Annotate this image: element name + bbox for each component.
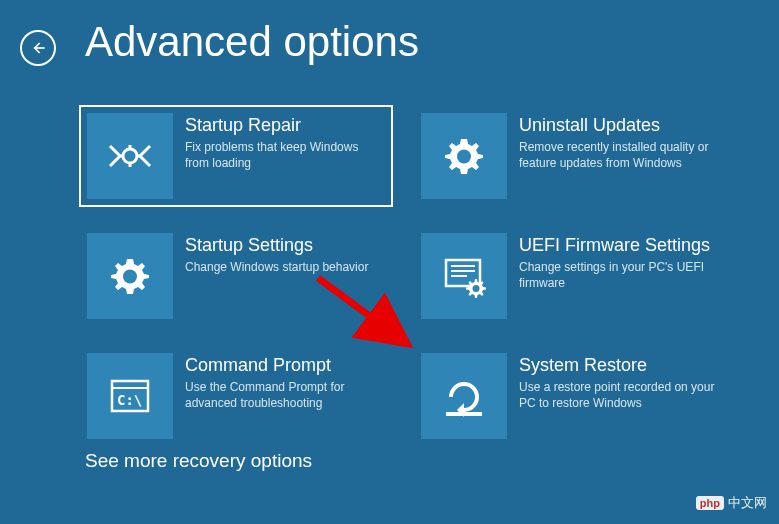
- tile-text: System Restore Use a restore point recor…: [507, 353, 719, 411]
- tile-text: Startup Settings Change Windows startup …: [173, 233, 385, 275]
- svg-point-7: [123, 270, 137, 284]
- cmd-icon: C:\: [87, 353, 173, 439]
- watermark-text: 中文网: [728, 494, 767, 512]
- tile-text: Command Prompt Use the Command Prompt fo…: [173, 353, 385, 411]
- option-system-restore[interactable]: System Restore Use a restore point recor…: [414, 346, 726, 446]
- svg-text:C:\: C:\: [117, 392, 142, 408]
- tile-desc: Fix problems that keep Windows from load…: [185, 139, 385, 171]
- option-command-prompt[interactable]: C:\ Command Prompt Use the Command Promp…: [80, 346, 392, 446]
- tile-title: Startup Settings: [185, 235, 385, 256]
- tile-text: UEFI Firmware Settings Change settings i…: [507, 233, 719, 291]
- back-arrow-icon: [28, 38, 48, 58]
- tile-desc: Use the Command Prompt for advanced trou…: [185, 379, 385, 411]
- tile-desc: Remove recently installed quality or fea…: [519, 139, 719, 171]
- tile-desc: Use a restore point recorded on your PC …: [519, 379, 719, 411]
- options-grid: Startup Repair Fix problems that keep Wi…: [80, 106, 726, 446]
- option-startup-repair[interactable]: Startup Repair Fix problems that keep Wi…: [80, 106, 392, 206]
- tile-title: UEFI Firmware Settings: [519, 235, 719, 256]
- tile-text: Uninstall Updates Remove recently instal…: [507, 113, 719, 171]
- tile-desc: Change Windows startup behavior: [185, 259, 385, 275]
- tile-title: Startup Repair: [185, 115, 385, 136]
- watermark: php 中文网: [696, 494, 767, 512]
- option-uninstall-updates[interactable]: Uninstall Updates Remove recently instal…: [414, 106, 726, 206]
- svg-point-6: [457, 150, 471, 164]
- tile-desc: Change settings in your PC's UEFI firmwa…: [519, 259, 719, 291]
- option-startup-settings[interactable]: Startup Settings Change Windows startup …: [80, 226, 392, 326]
- tile-text: Startup Repair Fix problems that keep Wi…: [173, 113, 385, 171]
- svg-rect-17: [446, 412, 482, 416]
- tile-title: System Restore: [519, 355, 719, 376]
- gear-icon: [421, 113, 507, 199]
- watermark-badge: php: [696, 496, 724, 510]
- page-title: Advanced options: [85, 18, 419, 66]
- gear-icon: [87, 233, 173, 319]
- svg-point-1: [123, 149, 137, 163]
- more-recovery-options[interactable]: See more recovery options: [85, 450, 312, 472]
- option-uefi-firmware[interactable]: UEFI Firmware Settings Change settings i…: [414, 226, 726, 326]
- tile-title: Command Prompt: [185, 355, 385, 376]
- svg-point-12: [473, 285, 480, 292]
- startup-repair-icon: [87, 113, 173, 199]
- tile-title: Uninstall Updates: [519, 115, 719, 136]
- back-button[interactable]: [20, 30, 56, 66]
- restore-icon: [421, 353, 507, 439]
- uefi-icon: [421, 233, 507, 319]
